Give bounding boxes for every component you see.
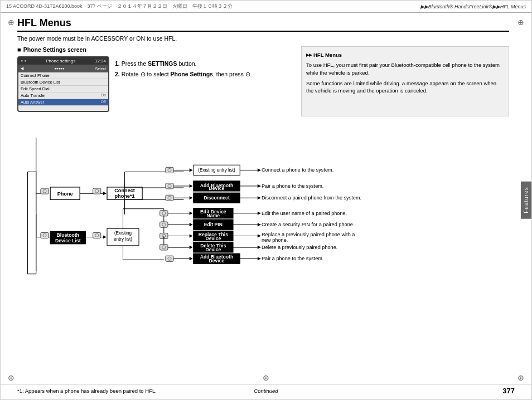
svg-rect-3 xyxy=(41,188,49,194)
menu-item-connect: Connect Phone xyxy=(18,72,108,79)
phone-screen-title: Phone settings xyxy=(46,58,75,64)
file-info: 15 ACCORD 4D-31T2A6200.book 377 ページ ２０１４… xyxy=(6,3,420,10)
svg-rect-38 xyxy=(166,195,173,201)
svg-marker-108 xyxy=(258,246,261,249)
svg-text:Create a security PIN for a pa: Create a security PIN for a paired phone… xyxy=(262,222,354,227)
menu-item-speed-dial: Edit Speed Dial xyxy=(18,86,108,92)
svg-text:Device: Device xyxy=(209,186,225,191)
menu-item-value: On xyxy=(101,93,106,98)
steps: 1. Press the SETTINGS button. 2. Rotate … xyxy=(115,56,252,80)
nav-back: ◀ xyxy=(21,66,23,71)
diagram-svg: Phone Connect phone*1 xyxy=(17,126,509,282)
svg-text:Edit PIN: Edit PIN xyxy=(204,222,223,227)
svg-text:(Existing: (Existing xyxy=(114,231,132,236)
svg-rect-78 xyxy=(160,222,168,227)
svg-marker-68 xyxy=(190,212,193,215)
menu-item-auto-transfer: Auto Transfer On xyxy=(18,92,108,99)
svg-text:Disconnect: Disconnect xyxy=(204,195,230,201)
svg-marker-41 xyxy=(190,196,193,199)
svg-text:Name: Name xyxy=(207,213,220,218)
reg-mark-br: ⊕ xyxy=(515,372,527,384)
svg-text:(Existing entry list): (Existing entry list) xyxy=(198,168,235,173)
svg-marker-6 xyxy=(103,192,107,195)
svg-text:Device: Device xyxy=(209,258,225,264)
menu-item-label: Connect Phone xyxy=(21,73,50,78)
right-col: HFL Menus To use HFL, you must first pai… xyxy=(301,46,509,116)
svg-text:Device: Device xyxy=(205,236,221,241)
continued: Continued xyxy=(183,388,349,394)
phone-screen-time: 12:34 xyxy=(95,58,106,64)
menu-item-label: Edit Speed Dial xyxy=(21,86,50,91)
menu-item-label: Auto Transfer xyxy=(21,93,46,98)
svg-marker-35 xyxy=(258,184,261,188)
step-2: 2. Rotate ⊙ to select Phone Settings, th… xyxy=(115,69,252,80)
section-heading: Phone Settings screen xyxy=(17,46,294,53)
svg-text:Device: Device xyxy=(205,247,221,252)
menu-item-bluetooth: Bluetooth Device List xyxy=(18,79,108,86)
right-col-para1: To use HFL, you must first pair your Blu… xyxy=(306,61,504,76)
phone-menu-items: Connect Phone Bluetooth Device List Edit… xyxy=(18,72,108,106)
page-outer: ⊕ ⊕ ⊕ ⊕ ⊕ Features 15 ACCORD 4D-31T2A620… xyxy=(0,0,532,400)
main-content: HFL Menus The power mode must be in ACCE… xyxy=(1,13,531,287)
svg-text:new phone.: new phone. xyxy=(262,237,288,243)
svg-text:Pair a phone to the system.: Pair a phone to the system. xyxy=(262,183,323,189)
svg-text:Disconnect a paired phone from: Disconnect a paired phone from the syste… xyxy=(262,195,361,201)
menu-item-value: Off xyxy=(101,100,106,105)
svg-marker-115 xyxy=(190,257,193,260)
svg-rect-100 xyxy=(160,245,168,250)
two-col-layout: Phone Settings screen ● ● Phone settings… xyxy=(17,46,509,116)
nav-select: Select xyxy=(95,67,106,71)
svg-marker-96 xyxy=(258,234,261,237)
svg-marker-120 xyxy=(258,257,261,260)
svg-marker-85 xyxy=(258,223,261,226)
svg-rect-65 xyxy=(160,211,168,216)
svg-marker-91 xyxy=(190,234,193,237)
menu-item-auto-answer: Auto Answer Off xyxy=(18,99,108,106)
phone-screen-header: ● ● Phone settings 12:34 xyxy=(18,57,108,65)
svg-text:Replace a previously paired ph: Replace a previously paired phone with a xyxy=(262,232,355,237)
right-col-para2: Some functions are limited while driving… xyxy=(306,80,504,95)
footnote: *1: Appears when a phone has already bee… xyxy=(17,388,183,394)
svg-rect-7 xyxy=(93,188,101,194)
phone-nav-icon: ● ● xyxy=(21,58,26,64)
breadcrumb: ▶▶Bluetooth® HandsFreeLink®▶▶HFL Menus xyxy=(420,4,526,9)
right-col-title: HFL Menus xyxy=(306,51,504,58)
svg-marker-81 xyxy=(190,223,193,226)
phone-nav-bar: ◀ ●●●●● Select xyxy=(18,65,108,72)
svg-rect-57 xyxy=(93,232,101,238)
phone-screen-body: Connect Phone Bluetooth Device List Edit… xyxy=(18,72,108,112)
svg-rect-27 xyxy=(166,183,173,189)
svg-text:Pair a phone to the system.: Pair a phone to the system. xyxy=(262,256,323,261)
reg-mark-bl: ⊕ xyxy=(5,372,17,384)
svg-rect-15 xyxy=(166,167,173,173)
menu-item-label: Bluetooth Device List xyxy=(21,80,60,85)
reg-mark-bc: ⊕ xyxy=(260,372,272,384)
svg-marker-56 xyxy=(103,235,107,238)
svg-rect-112 xyxy=(166,256,173,261)
svg-marker-22 xyxy=(258,168,261,172)
svg-marker-45 xyxy=(258,196,261,199)
svg-text:Bluetooth: Bluetooth xyxy=(57,232,79,238)
svg-marker-18 xyxy=(190,168,193,172)
svg-text:entry list): entry list) xyxy=(114,237,132,242)
menu-item-label: Auto Answer xyxy=(21,100,44,105)
svg-text:Phone: Phone xyxy=(57,191,73,197)
left-col: Phone Settings screen ● ● Phone settings… xyxy=(17,46,294,116)
page-number: 377 xyxy=(349,387,515,395)
svg-rect-50 xyxy=(41,232,49,238)
svg-marker-103 xyxy=(190,246,193,249)
svg-text:Edit the user name of a paired: Edit the user name of a paired phone. xyxy=(262,211,347,216)
step-1: 1. Press the SETTINGS button. xyxy=(115,58,252,69)
footer: *1: Appears when a phone has already bee… xyxy=(1,384,531,395)
page-subtitle: The power mode must be in ACCESSORY or O… xyxy=(17,35,509,42)
page-title: HFL Menus xyxy=(17,17,509,32)
svg-text:Device List: Device List xyxy=(55,238,81,243)
svg-marker-30 xyxy=(190,184,193,188)
nav-mid: ●●●●● xyxy=(54,67,64,70)
phone-screen: ● ● Phone settings 12:34 ◀ ●●●●● Select xyxy=(17,56,109,112)
diagram-area: Phone Connect phone*1 xyxy=(17,126,509,282)
svg-text:Delete a previously paired pho: Delete a previously paired phone. xyxy=(262,245,337,250)
header-strip: 15 ACCORD 4D-31T2A6200.book 377 ページ ２０１４… xyxy=(1,1,531,13)
svg-marker-73 xyxy=(258,212,261,215)
svg-text:Connect a phone to the system.: Connect a phone to the system. xyxy=(262,167,333,173)
